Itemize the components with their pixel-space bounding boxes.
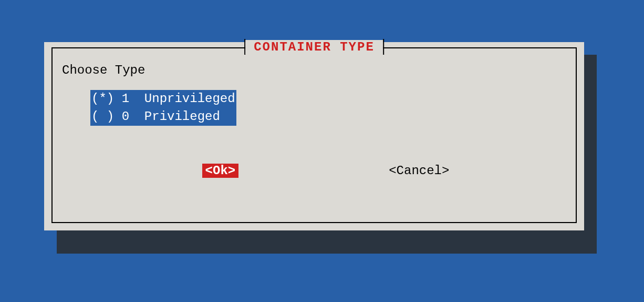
dialog-window: CONTAINER TYPE Choose Type (*) 1 Unprivi… (44, 42, 584, 230)
radio-mark: ( ) (91, 109, 114, 124)
radio-mark: (*) (91, 92, 114, 106)
dialog-prompt: Choose Type (62, 63, 566, 77)
radio-option-privileged[interactable]: ( ) 0 Privileged (90, 108, 236, 126)
radio-label: Privileged (144, 109, 220, 124)
radio-label: Unprivileged (144, 92, 235, 106)
dialog-border: CONTAINER TYPE Choose Type (*) 1 Unprivi… (51, 47, 577, 223)
title-tick-right (383, 39, 384, 55)
button-row: <Ok> <Cancel> (62, 164, 566, 178)
ok-button[interactable]: <Ok> (202, 164, 239, 178)
dialog-title-wrap: CONTAINER TYPE (244, 39, 384, 55)
radio-list: (*) 1 Unprivileged ( ) 0 Privileged (90, 90, 566, 126)
radio-value: 1 (122, 92, 129, 106)
cancel-button[interactable]: <Cancel> (386, 164, 452, 178)
radio-value: 0 (122, 109, 129, 124)
dialog-title: CONTAINER TYPE (245, 40, 383, 54)
radio-option-unprivileged[interactable]: (*) 1 Unprivileged (90, 90, 236, 108)
